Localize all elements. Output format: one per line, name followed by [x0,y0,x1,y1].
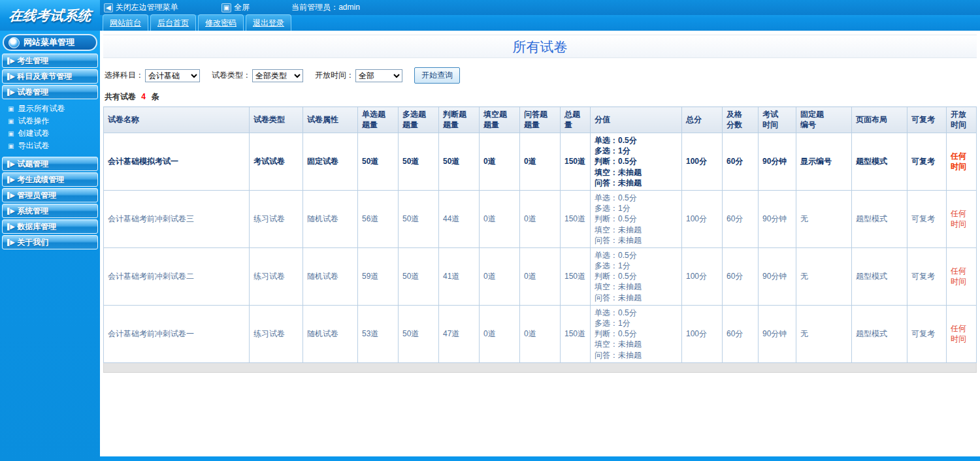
table-row: 会计基础考前冲刺试卷一练习试卷随机试卷53道50道47道0道0道150道单选：0… [104,305,977,362]
column-header: 多选题 题量 [399,107,439,133]
title-bar: 所有试卷 [103,35,977,58]
subject-filter-label: 选择科目： [105,70,144,81]
menu-arrow-icon: ▌▶ [7,208,13,214]
sidebar-title-label: 网站菜单管理 [24,37,74,48]
table-cell: 60分 [723,305,759,362]
table-cell: 题型模式 [852,305,907,362]
table-cell: 44道 [439,190,480,247]
table-cell: 60分 [723,190,759,247]
topbar: ◀ 关闭左边管理菜单 ▣ 全屏 当前管理员：admin [100,0,980,15]
sidebar-item[interactable]: ▌▶管理员管理 [2,188,98,202]
table-cell: 无 [796,247,852,305]
table-row: 会计基础模拟考试一考试试卷固定试卷50道50道50道0道0道150道单选：0.5… [104,133,977,191]
sidebar-submenu: ▣显示所有试卷▣试卷操作▣创建试卷▣导出试卷 [0,101,100,155]
submenu-item-label: 试卷操作 [18,116,49,127]
column-header: 总分 [682,107,723,133]
grid-icon: ▣ [8,131,14,137]
grid-icon: ▣ [8,118,14,125]
submenu-item[interactable]: ▣显示所有试卷 [8,103,100,115]
search-button[interactable]: 开始查询 [414,67,460,84]
close-left-menu-label: 关闭左边管理菜单 [116,2,178,13]
table-cell: 150道 [561,247,591,305]
sidebar-item[interactable]: ▌▶试题管理 [2,157,98,171]
table-cell: 可复考 [907,305,947,362]
sidebar-item[interactable]: ▌▶考生管理 [2,54,98,68]
table-cell: 90分钟 [759,133,796,191]
sidebar-menu: ▌▶考生管理▌▶科目及章节管理▌▶试卷管理▣显示所有试卷▣试卷操作▣创建试卷▣导… [0,54,100,249]
submenu-item-label: 显示所有试卷 [18,103,65,114]
table-cell: 固定试卷 [303,133,358,191]
table-cell: 题型模式 [852,133,907,191]
table-cell: 任何时间 [947,305,977,362]
column-header: 固定题 编号 [796,107,852,133]
table-cell: 题型模式 [852,190,907,247]
sidebar-item[interactable]: ▌▶考生成绩管理 [2,172,98,187]
fullscreen-button[interactable]: ▣ 全屏 [221,2,250,13]
table-cell: 任何时间 [947,190,977,247]
submenu-item[interactable]: ▣试卷操作 [8,115,100,127]
table-cell: 60分 [723,133,759,191]
table-row: 会计基础考前冲刺试卷三练习试卷随机试卷56道50道44道0道0道150道单选：0… [104,190,977,247]
header-tab-2[interactable]: 后台首页 [150,14,196,31]
current-admin-label: 当前管理员：admin [291,2,360,13]
column-header: 试卷属性 [303,107,358,133]
sidebar-item-label: 科目及章节管理 [17,71,72,82]
column-header: 单选题 题量 [358,107,399,133]
header-tab-3[interactable]: 修改密码 [198,14,244,31]
table-cell: 50道 [399,247,439,305]
table-cell: 0道 [480,190,520,247]
table-cell: 可复考 [907,247,947,305]
menu-arrow-icon: ▌▶ [7,176,13,183]
sidebar-item[interactable]: ▌▶科目及章节管理 [2,69,98,84]
submenu-item[interactable]: ▣导出试卷 [8,140,100,152]
summary-prefix: 共有试卷 [105,92,136,101]
table-cell: 59道 [358,247,399,305]
submenu-item[interactable]: ▣创建试卷 [8,127,100,140]
sidebar-item-label: 关于我们 [17,237,48,248]
table-cell: 0道 [520,190,561,247]
table-cell: 100分 [682,190,723,247]
paper-type-select[interactable]: 全部类型 [252,69,303,82]
table-cell: 会计基础模拟考试一 [104,133,250,191]
table-cell: 显示编号 [796,133,852,191]
table-cell: 单选：0.5分 多选：1分 判断：0.5分 填空：未抽题 问答：未抽题 [591,305,682,362]
sidebar-item[interactable]: ▌▶系统管理 [2,204,98,218]
table-cell: 随机试卷 [303,190,358,247]
table-cell: 150道 [561,305,591,362]
table-cell: 47道 [439,305,480,362]
table-body: 会计基础模拟考试一考试试卷固定试卷50道50道50道0道0道150道单选：0.5… [104,133,977,363]
sidebar-item[interactable]: ▌▶数据库管理 [2,219,98,234]
table-cell: 150道 [561,133,591,191]
table-cell: 单选：0.5分 多选：1分 判断：0.5分 填空：未抽题 问答：未抽题 [591,247,682,305]
open-time-select[interactable]: 全部 [355,69,402,82]
sidebar-item-label: 管理员管理 [17,190,56,201]
table-cell: 考试试卷 [250,133,303,191]
column-header: 试卷名称 [104,107,250,133]
column-header: 考试 时间 [759,107,796,133]
close-left-menu-button[interactable]: ◀ 关闭左边管理菜单 [104,2,178,13]
header-tab-1[interactable]: 网站前台 [103,14,148,31]
fullscreen-label: 全屏 [234,2,250,13]
table-cell: 0道 [520,305,561,362]
table-cell: 任何时间 [947,133,977,191]
table-cell: 会计基础考前冲刺试卷一 [104,305,250,362]
table-cell: 0道 [480,305,520,362]
sidebar-item-label: 数据库管理 [17,221,56,232]
table-cell: 无 [796,190,852,247]
sidebar-item[interactable]: ▌▶试卷管理 [2,85,98,99]
sidebar-item[interactable]: ▌▶关于我们 [2,235,98,249]
menu-arrow-icon: ▌▶ [7,239,13,246]
result-summary: 共有试卷 4 条 [105,91,975,103]
subject-select[interactable]: 会计基础 [145,69,200,82]
table-cell: 90分钟 [759,247,796,305]
table-cell: 50道 [399,190,439,247]
menu-arrow-icon: ▌▶ [7,73,13,80]
column-header: 试卷类型 [250,107,303,133]
sidebar-item-label: 考生成绩管理 [17,174,64,185]
table-cell: 0道 [480,133,520,191]
table-cell: 练习试卷 [250,247,303,305]
menu-arrow-icon: ▌▶ [7,223,13,230]
grid-icon: ▣ [8,106,14,112]
table-cell: 90分钟 [759,190,796,247]
header-tab-4[interactable]: 退出登录 [246,14,291,31]
